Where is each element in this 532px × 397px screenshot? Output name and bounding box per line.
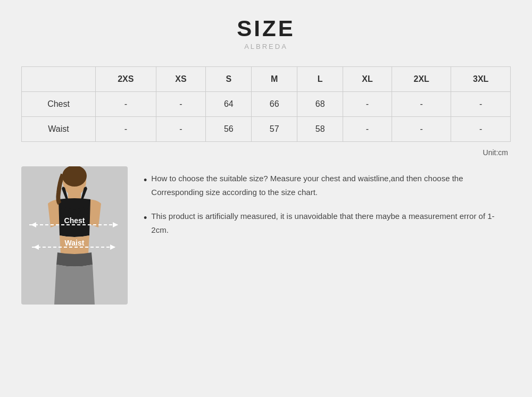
chest-2xs: - — [96, 92, 156, 117]
waist-xs: - — [156, 117, 206, 142]
row-label-chest: Chest — [22, 92, 96, 117]
instruction-text-2: This product is artificially measured, i… — [151, 209, 511, 236]
size-table-wrapper: 2XS XS S M L XL 2XL 3XL Chest - - 64 66 … — [21, 66, 511, 142]
waist-2xl: - — [392, 117, 451, 142]
chest-l: 68 — [297, 92, 343, 117]
table-header-s: S — [206, 67, 252, 92]
waist-s: 56 — [206, 117, 252, 142]
table-header-3xl: 3XL — [451, 67, 511, 92]
unit-label: Unit:cm — [21, 148, 511, 157]
svg-text:Waist: Waist — [65, 239, 85, 247]
table-header-l: L — [297, 67, 343, 92]
waist-xl: - — [343, 117, 392, 142]
chest-m: 66 — [252, 92, 297, 117]
instruction-item-2: • This product is artificially measured,… — [144, 209, 511, 236]
chest-3xl: - — [451, 92, 511, 117]
table-header-row: 2XS XS S M L XL 2XL 3XL — [22, 67, 511, 92]
waist-2xs: - — [96, 117, 156, 142]
bullet-2: • — [144, 210, 147, 226]
table-header-m: M — [252, 67, 297, 92]
svg-text:Chest: Chest — [64, 216, 85, 225]
table-row-chest: Chest - - 64 66 68 - - - — [22, 92, 511, 117]
waist-3xl: - — [451, 117, 511, 142]
table-header-2xs: 2XS — [96, 67, 156, 92]
size-table: 2XS XS S M L XL 2XL 3XL Chest - - 64 66 … — [21, 66, 511, 142]
table-header-xs: XS — [156, 67, 206, 92]
table-header-2xl: 2XL — [392, 67, 451, 92]
chest-xl: - — [343, 92, 392, 117]
table-header-xl: XL — [343, 67, 392, 92]
size-diagram-image: Chest Waist — [21, 166, 128, 305]
table-row-waist: Waist - - 56 57 58 - - - — [22, 117, 511, 142]
bottom-section: Chest Waist • How to choose the suitable… — [21, 166, 511, 305]
woman-svg: Chest Waist — [21, 166, 128, 305]
instruction-item-1: • How to choose the suitable size? Measu… — [144, 172, 511, 199]
table-header-empty — [22, 67, 96, 92]
chest-s: 64 — [206, 92, 252, 117]
bullet-1: • — [144, 172, 147, 189]
instructions-container: • How to choose the suitable size? Measu… — [144, 166, 511, 236]
brand-subtitle: ALBREDA — [237, 43, 295, 50]
waist-l: 58 — [297, 117, 343, 142]
waist-m: 57 — [252, 117, 297, 142]
header: SIZE ALBREDA — [237, 16, 295, 50]
row-label-waist: Waist — [22, 117, 96, 142]
page-title: SIZE — [237, 16, 295, 41]
chest-xs: - — [156, 92, 206, 117]
instruction-text-1: How to choose the suitable size? Measure… — [151, 172, 511, 199]
chest-2xl: - — [392, 92, 451, 117]
